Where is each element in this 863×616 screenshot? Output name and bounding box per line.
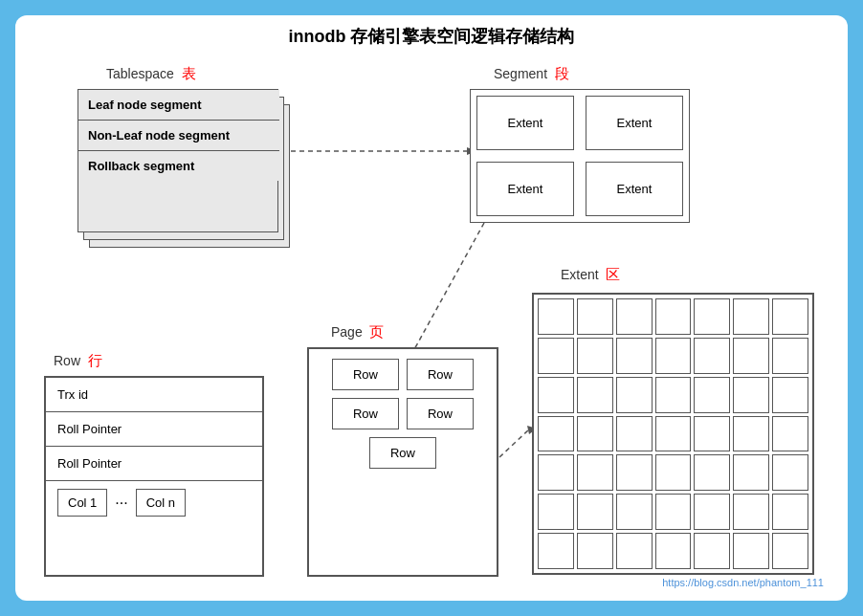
- roll-pointer-field-2: Roll Pointer: [46, 447, 262, 481]
- extent-grid-cell: [538, 533, 574, 569]
- extent-grid-cell: [694, 338, 730, 374]
- row-cell-3: Row: [332, 398, 399, 429]
- extent-cell-3: Extent: [476, 162, 574, 216]
- row-cell-5: Row: [369, 437, 436, 469]
- page-row-1: Row Row: [319, 359, 487, 390]
- extent-grid-cell: [772, 494, 808, 530]
- extent-grid-cell: [655, 454, 692, 491]
- extent-grid: [532, 293, 814, 575]
- extent-grid-cell: [616, 377, 653, 413]
- extent-grid-cell: [655, 533, 692, 569]
- extent-grid-cell: [577, 338, 613, 374]
- footer-link: https://blog.csdn.net/phantom_111: [662, 577, 824, 588]
- main-container: innodb 存储引擎表空间逻辑存储结构 Tablespace 表 Leaf n…: [15, 15, 848, 601]
- extent-grid-cell: [655, 298, 692, 335]
- extent-grid-cell: [733, 494, 769, 530]
- svg-line-4: [499, 429, 530, 457]
- extent-grid-cell: [577, 494, 613, 530]
- row-label: Row 行: [54, 352, 102, 370]
- extent-grid-cell: [577, 377, 613, 413]
- extent-grid-cell: [655, 338, 692, 374]
- page-box: Row Row Row Row Row: [307, 347, 498, 577]
- row-cell-1: Row: [332, 359, 399, 390]
- page-row-2: Row Row: [319, 398, 487, 429]
- extent-grid-cell: [733, 454, 769, 491]
- tablespace-label: Tablespace 表: [106, 65, 196, 83]
- segment-box: Extent Extent Extent Extent: [470, 89, 690, 223]
- extent-grid-cell: [694, 416, 730, 452]
- extent-cell-1: Extent: [476, 96, 574, 150]
- extent-grid-cell: [577, 533, 613, 569]
- extent-grid-cell: [694, 454, 730, 491]
- leaf-node-segment: Leaf node segment: [78, 90, 279, 121]
- extent-grid-cell: [694, 377, 730, 413]
- extent-grid-cell: [616, 338, 653, 374]
- extent-grid-cell: [772, 377, 808, 413]
- extent-grid-cell: [772, 298, 808, 335]
- extent-grid-cell: [694, 533, 730, 569]
- extent-grid-cell: [694, 298, 730, 335]
- extent-grid-cell: [538, 454, 574, 491]
- coln-box: Col n: [136, 489, 186, 517]
- tablespace-segments: Leaf node segment Non-Leaf node segment …: [78, 90, 279, 233]
- extent-grid-cell: [733, 377, 769, 413]
- extent-grid-cell: [616, 416, 653, 452]
- extent-grid-cell: [538, 416, 574, 452]
- extent-grid-cell: [772, 416, 808, 452]
- extent-grid-cell: [733, 298, 769, 335]
- extent-grid-cell: [694, 494, 730, 530]
- extent-grid-cell: [772, 338, 808, 374]
- extent-grid-cell: [733, 416, 769, 452]
- non-leaf-node-segment: Non-Leaf node segment: [78, 121, 279, 151]
- extent-grid-cell: [733, 338, 769, 374]
- row-cell-4: Row: [407, 398, 474, 429]
- extent-grid-cell: [616, 298, 653, 335]
- extent-grid-cell: [616, 533, 653, 569]
- extent-grid-cell: [655, 377, 692, 413]
- extent-grid-cell: [577, 298, 613, 335]
- diagram-area: Tablespace 表 Leaf node segment Non-Leaf …: [25, 55, 838, 596]
- extent-grid-cell: [538, 338, 574, 374]
- extent-grid-cell: [655, 494, 692, 530]
- roll-pointer-field-1: Roll Pointer: [46, 412, 262, 447]
- page-title: innodb 存储引擎表空间逻辑存储结构: [25, 25, 838, 48]
- col1-box: Col 1: [57, 489, 107, 517]
- page-label: Page 页: [331, 323, 384, 341]
- extent-grid-cell: [772, 533, 808, 569]
- extent-grid-cell: [538, 298, 574, 335]
- svg-line-2: [408, 223, 484, 362]
- trx-id-field: Trx id: [46, 378, 262, 412]
- page-row-3: Row: [319, 437, 487, 469]
- extent-grid-cell: [577, 454, 613, 491]
- extent-grid-cell: [616, 454, 653, 491]
- extent-label: Extent 区: [561, 266, 620, 284]
- rollback-segment: Rollback segment: [78, 151, 279, 181]
- row-box: Trx id Roll Pointer Roll Pointer Col 1 ·…: [44, 376, 264, 577]
- extent-grid-cell: [577, 416, 613, 452]
- extent-grid-cell: [538, 494, 574, 530]
- row-cols: Col 1 ··· Col n: [46, 481, 262, 524]
- extent-grid-cell: [655, 416, 692, 452]
- extent-cell-4: Extent: [586, 162, 683, 216]
- extent-grid-cell: [733, 533, 769, 569]
- stack-layer-1: Leaf node segment Non-Leaf node segment …: [77, 89, 278, 232]
- segment-label: Segment 段: [494, 65, 569, 83]
- extent-grid-cell: [772, 454, 808, 491]
- extent-cell-2: Extent: [586, 96, 683, 150]
- dots: ···: [115, 495, 127, 512]
- row-cell-2: Row: [407, 359, 474, 390]
- extent-grid-cell: [538, 377, 574, 413]
- extent-grid-cell: [616, 494, 653, 530]
